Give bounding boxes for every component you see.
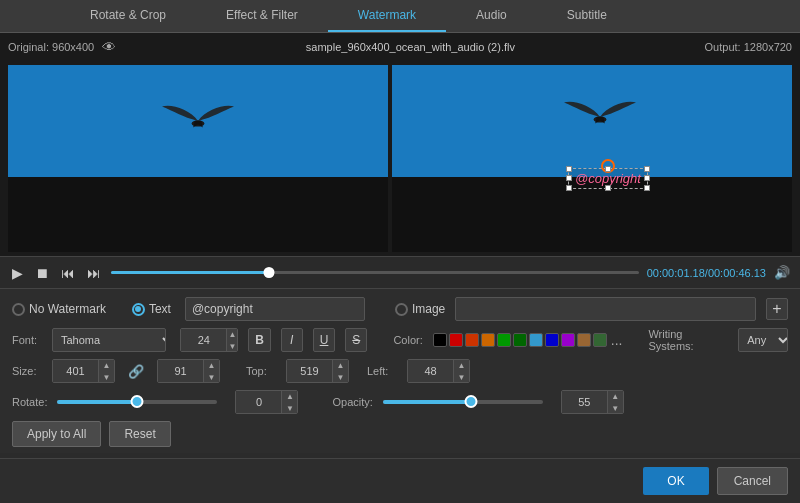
watermark-handle-bl[interactable]	[566, 185, 572, 191]
rotate-value-wrap: ▲ ▼	[235, 390, 298, 414]
original-label: Original: 960x400	[8, 41, 94, 53]
color-swatch-orange[interactable]	[465, 333, 479, 347]
volume-icon[interactable]: 🔊	[774, 265, 790, 280]
size-h-up[interactable]: ▲	[204, 359, 219, 371]
watermark-handle-br[interactable]	[644, 185, 650, 191]
rotate-slider[interactable]	[57, 400, 217, 404]
color-swatch-brown[interactable]	[577, 333, 591, 347]
font-size-wrap: ▲ ▼	[180, 328, 238, 352]
opacity-up[interactable]: ▲	[608, 390, 623, 402]
rotate-up[interactable]: ▲	[282, 390, 297, 402]
left-input[interactable]	[408, 360, 453, 382]
cancel-button[interactable]: Cancel	[717, 467, 788, 495]
size-position-row: Size: ▲ ▼ 🔗 ▲ ▼ Top: ▲	[12, 359, 788, 383]
font-size-down[interactable]: ▼	[227, 340, 237, 352]
no-watermark-option[interactable]: No Watermark	[12, 302, 106, 316]
watermark-handle-tr[interactable]	[644, 166, 650, 172]
output-label: Output: 1280x720	[705, 41, 792, 53]
watermark-handle-bm[interactable]	[605, 185, 611, 191]
tab-subtitle[interactable]: Subtitle	[537, 0, 637, 32]
text-watermark-option[interactable]: Text	[132, 302, 171, 316]
filename: sample_960x400_ocean_with_audio (2).flv	[124, 41, 696, 53]
eye-icon[interactable]: 👁	[102, 39, 116, 55]
opacity-slider-thumb[interactable]	[464, 395, 477, 408]
left-up[interactable]: ▲	[454, 359, 469, 371]
prev-button[interactable]: ⏮	[59, 265, 77, 281]
no-watermark-radio[interactable]	[12, 303, 25, 316]
opacity-slider[interactable]	[383, 400, 543, 404]
apply-all-button[interactable]: Apply to All	[12, 421, 101, 447]
watermark-handle-lm[interactable]	[566, 175, 572, 181]
watermark-handle-tl[interactable]	[566, 166, 572, 172]
image-watermark-option[interactable]: Image	[395, 302, 445, 316]
left-spinner[interactable]: ▲ ▼	[453, 359, 469, 383]
tab-audio[interactable]: Audio	[446, 0, 537, 32]
ok-button[interactable]: OK	[643, 467, 708, 495]
playback-bar: ▶ ⏹ ⏮ ⏭ 00:00:01.18/00:00:46.13 🔊	[0, 256, 800, 288]
watermark-overlay[interactable]: @copyright	[568, 168, 648, 189]
tab-effect-filter[interactable]: Effect & Filter	[196, 0, 328, 32]
font-select[interactable]: Tahoma Arial Times New Roman	[53, 329, 166, 351]
watermark-handle-rm[interactable]	[644, 175, 650, 181]
size-w-down[interactable]: ▼	[99, 371, 114, 383]
top-spinner[interactable]: ▲ ▼	[332, 359, 348, 383]
tab-watermark[interactable]: Watermark	[328, 0, 446, 32]
next-button[interactable]: ⏭	[85, 265, 103, 281]
top-input[interactable]	[287, 360, 332, 382]
color-swatch-purple[interactable]	[561, 333, 575, 347]
bird-silhouette-right	[560, 92, 640, 142]
font-size-up[interactable]: ▲	[227, 328, 237, 340]
rotate-down[interactable]: ▼	[282, 402, 297, 414]
top-up[interactable]: ▲	[333, 359, 348, 371]
opacity-value-wrap: ▲ ▼	[561, 390, 624, 414]
opacity-spinner[interactable]: ▲ ▼	[607, 390, 623, 414]
color-swatch-red[interactable]	[449, 333, 463, 347]
rotate-value-input[interactable]	[236, 391, 281, 413]
timeline-thumb[interactable]	[264, 267, 275, 278]
timeline-slider[interactable]	[111, 271, 639, 274]
color-swatch-dark-green[interactable]	[513, 333, 527, 347]
top-down[interactable]: ▼	[333, 371, 348, 383]
size-w-input[interactable]	[53, 360, 98, 382]
color-swatch-green[interactable]	[497, 333, 511, 347]
strikethrough-button[interactable]: S	[345, 328, 367, 352]
size-w-up[interactable]: ▲	[99, 359, 114, 371]
size-h-spinner[interactable]: ▲ ▼	[203, 359, 219, 383]
tab-rotate-crop[interactable]: Rotate & Crop	[60, 0, 196, 32]
size-h-down[interactable]: ▼	[204, 371, 219, 383]
writing-systems-select[interactable]: Any Latin CJK	[739, 329, 788, 351]
text-watermark-radio[interactable]	[132, 303, 145, 316]
watermark-text-input[interactable]	[185, 297, 365, 321]
image-path-input[interactable]	[455, 297, 756, 321]
color-swatch-black[interactable]	[433, 333, 447, 347]
reset-button[interactable]: Reset	[109, 421, 170, 447]
size-h-input[interactable]	[158, 360, 203, 382]
image-watermark-radio[interactable]	[395, 303, 408, 316]
color-swatch-cyan[interactable]	[529, 333, 543, 347]
preview-area: @copyright	[0, 61, 800, 256]
color-swatch-amber[interactable]	[481, 333, 495, 347]
link-dimensions-icon[interactable]: 🔗	[128, 364, 144, 379]
size-w-spinner[interactable]: ▲ ▼	[98, 359, 114, 383]
color-swatch-blue[interactable]	[545, 333, 559, 347]
timeline-progress	[111, 271, 269, 274]
color-swatch-olive[interactable]	[593, 333, 607, 347]
rotate-slider-thumb[interactable]	[131, 395, 144, 408]
opacity-down[interactable]: ▼	[608, 402, 623, 414]
watermark-handle-tm[interactable]	[605, 166, 611, 172]
top-label: Top:	[246, 365, 276, 377]
underline-button[interactable]: U	[313, 328, 335, 352]
rotate-spinner[interactable]: ▲ ▼	[281, 390, 297, 414]
preview-output: @copyright	[392, 65, 792, 252]
no-watermark-label: No Watermark	[29, 302, 106, 316]
bold-button[interactable]: B	[248, 328, 270, 352]
play-button[interactable]: ▶	[10, 265, 25, 281]
more-colors-button[interactable]: ...	[611, 332, 623, 348]
add-image-button[interactable]: +	[766, 298, 788, 320]
font-size-input[interactable]	[181, 329, 226, 351]
stop-button[interactable]: ⏹	[33, 265, 51, 281]
opacity-value-input[interactable]	[562, 391, 607, 413]
left-down[interactable]: ▼	[454, 371, 469, 383]
italic-button[interactable]: I	[281, 328, 303, 352]
font-size-spinner[interactable]: ▲ ▼	[226, 328, 237, 352]
